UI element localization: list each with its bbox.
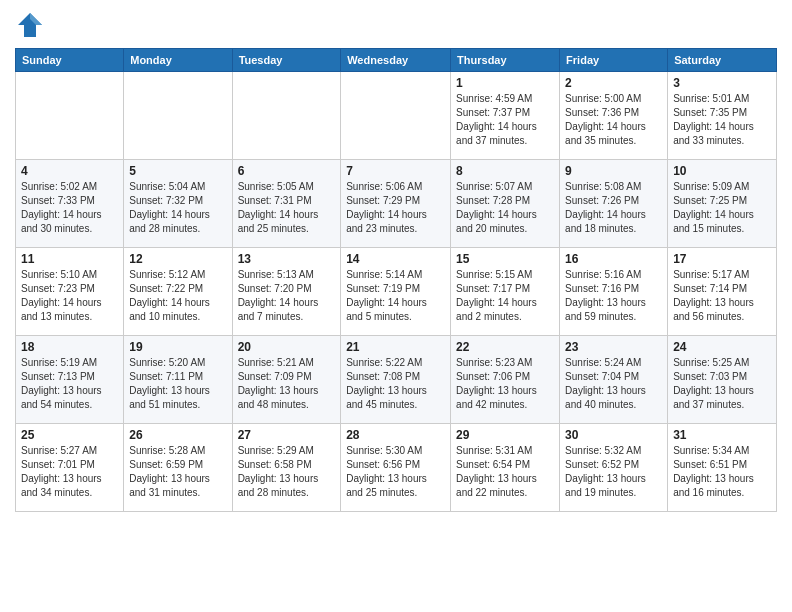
day-number: 8 <box>456 164 554 178</box>
day-info: Sunrise: 5:12 AMSunset: 7:22 PMDaylight:… <box>129 268 226 324</box>
header <box>15 10 777 40</box>
day-number: 18 <box>21 340 118 354</box>
calendar-header-row: SundayMondayTuesdayWednesdayThursdayFrid… <box>16 49 777 72</box>
day-number: 17 <box>673 252 771 266</box>
day-cell: 7Sunrise: 5:06 AMSunset: 7:29 PMDaylight… <box>341 160 451 248</box>
day-number: 14 <box>346 252 445 266</box>
week-row-3: 11Sunrise: 5:10 AMSunset: 7:23 PMDayligh… <box>16 248 777 336</box>
day-cell: 10Sunrise: 5:09 AMSunset: 7:25 PMDayligh… <box>668 160 777 248</box>
day-number: 7 <box>346 164 445 178</box>
day-info: Sunrise: 5:15 AMSunset: 7:17 PMDaylight:… <box>456 268 554 324</box>
day-cell: 23Sunrise: 5:24 AMSunset: 7:04 PMDayligh… <box>560 336 668 424</box>
day-header-saturday: Saturday <box>668 49 777 72</box>
day-info: Sunrise: 5:09 AMSunset: 7:25 PMDaylight:… <box>673 180 771 236</box>
day-info: Sunrise: 5:32 AMSunset: 6:52 PMDaylight:… <box>565 444 662 500</box>
day-info: Sunrise: 4:59 AMSunset: 7:37 PMDaylight:… <box>456 92 554 148</box>
day-number: 2 <box>565 76 662 90</box>
logo <box>15 10 49 40</box>
day-info: Sunrise: 5:01 AMSunset: 7:35 PMDaylight:… <box>673 92 771 148</box>
day-cell: 6Sunrise: 5:05 AMSunset: 7:31 PMDaylight… <box>232 160 341 248</box>
day-number: 11 <box>21 252 118 266</box>
day-info: Sunrise: 5:22 AMSunset: 7:08 PMDaylight:… <box>346 356 445 412</box>
day-info: Sunrise: 5:08 AMSunset: 7:26 PMDaylight:… <box>565 180 662 236</box>
day-cell: 17Sunrise: 5:17 AMSunset: 7:14 PMDayligh… <box>668 248 777 336</box>
week-row-2: 4Sunrise: 5:02 AMSunset: 7:33 PMDaylight… <box>16 160 777 248</box>
day-info: Sunrise: 5:13 AMSunset: 7:20 PMDaylight:… <box>238 268 336 324</box>
day-cell: 22Sunrise: 5:23 AMSunset: 7:06 PMDayligh… <box>451 336 560 424</box>
day-cell: 2Sunrise: 5:00 AMSunset: 7:36 PMDaylight… <box>560 72 668 160</box>
day-info: Sunrise: 5:19 AMSunset: 7:13 PMDaylight:… <box>21 356 118 412</box>
day-info: Sunrise: 5:16 AMSunset: 7:16 PMDaylight:… <box>565 268 662 324</box>
day-number: 1 <box>456 76 554 90</box>
day-number: 10 <box>673 164 771 178</box>
day-number: 12 <box>129 252 226 266</box>
day-cell: 20Sunrise: 5:21 AMSunset: 7:09 PMDayligh… <box>232 336 341 424</box>
day-info: Sunrise: 5:10 AMSunset: 7:23 PMDaylight:… <box>21 268 118 324</box>
day-cell: 13Sunrise: 5:13 AMSunset: 7:20 PMDayligh… <box>232 248 341 336</box>
day-info: Sunrise: 5:29 AMSunset: 6:58 PMDaylight:… <box>238 444 336 500</box>
day-cell: 8Sunrise: 5:07 AMSunset: 7:28 PMDaylight… <box>451 160 560 248</box>
day-number: 20 <box>238 340 336 354</box>
day-cell: 16Sunrise: 5:16 AMSunset: 7:16 PMDayligh… <box>560 248 668 336</box>
day-number: 28 <box>346 428 445 442</box>
day-cell <box>232 72 341 160</box>
day-number: 4 <box>21 164 118 178</box>
day-number: 27 <box>238 428 336 442</box>
day-number: 30 <box>565 428 662 442</box>
day-number: 13 <box>238 252 336 266</box>
day-info: Sunrise: 5:04 AMSunset: 7:32 PMDaylight:… <box>129 180 226 236</box>
day-info: Sunrise: 5:28 AMSunset: 6:59 PMDaylight:… <box>129 444 226 500</box>
day-header-sunday: Sunday <box>16 49 124 72</box>
day-number: 22 <box>456 340 554 354</box>
day-info: Sunrise: 5:20 AMSunset: 7:11 PMDaylight:… <box>129 356 226 412</box>
day-cell: 21Sunrise: 5:22 AMSunset: 7:08 PMDayligh… <box>341 336 451 424</box>
day-cell: 18Sunrise: 5:19 AMSunset: 7:13 PMDayligh… <box>16 336 124 424</box>
day-header-wednesday: Wednesday <box>341 49 451 72</box>
day-cell: 27Sunrise: 5:29 AMSunset: 6:58 PMDayligh… <box>232 424 341 512</box>
day-cell: 31Sunrise: 5:34 AMSunset: 6:51 PMDayligh… <box>668 424 777 512</box>
day-info: Sunrise: 5:23 AMSunset: 7:06 PMDaylight:… <box>456 356 554 412</box>
day-info: Sunrise: 5:25 AMSunset: 7:03 PMDaylight:… <box>673 356 771 412</box>
day-cell: 4Sunrise: 5:02 AMSunset: 7:33 PMDaylight… <box>16 160 124 248</box>
day-number: 3 <box>673 76 771 90</box>
day-number: 5 <box>129 164 226 178</box>
day-number: 21 <box>346 340 445 354</box>
week-row-4: 18Sunrise: 5:19 AMSunset: 7:13 PMDayligh… <box>16 336 777 424</box>
day-cell: 15Sunrise: 5:15 AMSunset: 7:17 PMDayligh… <box>451 248 560 336</box>
day-number: 24 <box>673 340 771 354</box>
day-cell: 28Sunrise: 5:30 AMSunset: 6:56 PMDayligh… <box>341 424 451 512</box>
day-number: 25 <box>21 428 118 442</box>
day-info: Sunrise: 5:34 AMSunset: 6:51 PMDaylight:… <box>673 444 771 500</box>
day-cell: 3Sunrise: 5:01 AMSunset: 7:35 PMDaylight… <box>668 72 777 160</box>
day-cell: 9Sunrise: 5:08 AMSunset: 7:26 PMDaylight… <box>560 160 668 248</box>
day-cell: 11Sunrise: 5:10 AMSunset: 7:23 PMDayligh… <box>16 248 124 336</box>
day-number: 16 <box>565 252 662 266</box>
day-header-thursday: Thursday <box>451 49 560 72</box>
day-info: Sunrise: 5:00 AMSunset: 7:36 PMDaylight:… <box>565 92 662 148</box>
day-cell <box>124 72 232 160</box>
day-cell: 1Sunrise: 4:59 AMSunset: 7:37 PMDaylight… <box>451 72 560 160</box>
day-info: Sunrise: 5:31 AMSunset: 6:54 PMDaylight:… <box>456 444 554 500</box>
day-number: 6 <box>238 164 336 178</box>
day-number: 9 <box>565 164 662 178</box>
calendar: SundayMondayTuesdayWednesdayThursdayFrid… <box>15 48 777 512</box>
day-header-monday: Monday <box>124 49 232 72</box>
day-cell: 26Sunrise: 5:28 AMSunset: 6:59 PMDayligh… <box>124 424 232 512</box>
day-number: 29 <box>456 428 554 442</box>
day-number: 31 <box>673 428 771 442</box>
logo-icon <box>15 10 45 40</box>
day-cell: 14Sunrise: 5:14 AMSunset: 7:19 PMDayligh… <box>341 248 451 336</box>
day-cell <box>16 72 124 160</box>
day-header-friday: Friday <box>560 49 668 72</box>
day-cell: 25Sunrise: 5:27 AMSunset: 7:01 PMDayligh… <box>16 424 124 512</box>
page: SundayMondayTuesdayWednesdayThursdayFrid… <box>0 0 792 522</box>
day-info: Sunrise: 5:14 AMSunset: 7:19 PMDaylight:… <box>346 268 445 324</box>
day-cell: 12Sunrise: 5:12 AMSunset: 7:22 PMDayligh… <box>124 248 232 336</box>
day-number: 26 <box>129 428 226 442</box>
day-info: Sunrise: 5:17 AMSunset: 7:14 PMDaylight:… <box>673 268 771 324</box>
day-cell <box>341 72 451 160</box>
day-cell: 19Sunrise: 5:20 AMSunset: 7:11 PMDayligh… <box>124 336 232 424</box>
day-info: Sunrise: 5:05 AMSunset: 7:31 PMDaylight:… <box>238 180 336 236</box>
day-info: Sunrise: 5:07 AMSunset: 7:28 PMDaylight:… <box>456 180 554 236</box>
day-cell: 5Sunrise: 5:04 AMSunset: 7:32 PMDaylight… <box>124 160 232 248</box>
